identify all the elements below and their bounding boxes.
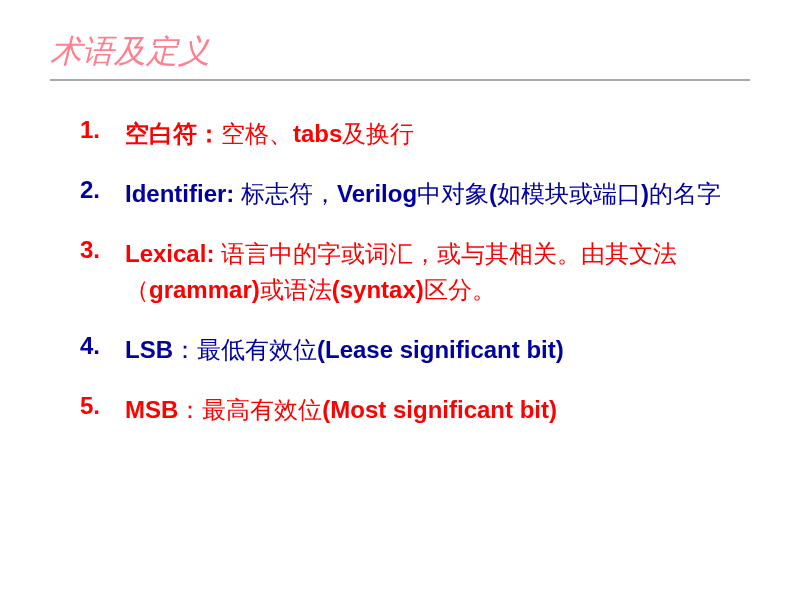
list-item: 2. Identifier: 标志符，Verilog中对象(如模块或端口)的名字: [80, 176, 750, 212]
list-content: 空白符：空格、tabs及换行: [125, 116, 414, 152]
title-divider: [50, 79, 750, 81]
list-content: Lexical: 语言中的字或词汇，或与其相关。由其文法（grammar)或语法…: [125, 236, 750, 308]
list-number: 1.: [80, 116, 125, 144]
list-number: 2.: [80, 176, 125, 204]
list-number: 5.: [80, 392, 125, 420]
page-title: 术语及定义: [50, 30, 750, 74]
list-content: Identifier: 标志符，Verilog中对象(如模块或端口)的名字: [125, 176, 721, 212]
list-item: 3. Lexical: 语言中的字或词汇，或与其相关。由其文法（grammar)…: [80, 236, 750, 308]
list-item: 1. 空白符：空格、tabs及换行: [80, 116, 750, 152]
list-item: 5. MSB：最高有效位(Most significant bit): [80, 392, 750, 428]
list-content: LSB：最低有效位(Lease significant bit): [125, 332, 564, 368]
list-number: 4.: [80, 332, 125, 360]
list-number: 3.: [80, 236, 125, 264]
definition-list: 1. 空白符：空格、tabs及换行 2. Identifier: 标志符，Ver…: [50, 116, 750, 428]
list-item: 4. LSB：最低有效位(Lease significant bit): [80, 332, 750, 368]
list-content: MSB：最高有效位(Most significant bit): [125, 392, 557, 428]
